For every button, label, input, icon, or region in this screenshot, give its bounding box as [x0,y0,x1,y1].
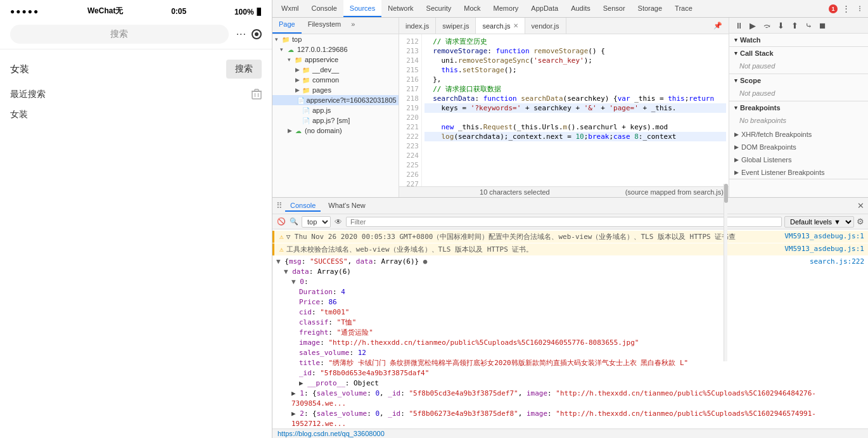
tab-network[interactable]: Network [381,0,419,17]
tab-console[interactable]: Console [305,0,343,17]
console-clear-btn[interactable]: 🚫 [276,217,286,227]
debug-deactivate-btn[interactable]: ⤷ [803,20,814,31]
debug-step-out-btn[interactable]: ⬆ [789,20,800,31]
code-editor-tabs: index.js swiper.js search.js ✕ vendor.js… [399,18,729,34]
phone-category-label: 女装 [10,63,29,75]
debug-callstack-header[interactable]: ▾ Call Stack [729,47,868,60]
tree-item-localhost[interactable]: ▾ ☁ 127.0.0.1:29686 [272,44,399,55]
console-log-duration: Duration: 4 [299,287,864,297]
console-log-link-main[interactable]: search.js:222 [810,257,864,267]
debug-scope-header[interactable]: ▾ Scope [729,74,868,87]
callstack-title: Call Stack [740,49,774,57]
devtools-top-tabs: Wxml Console Sources Network Security Mo… [272,0,868,18]
console-level-select[interactable]: Default levels ▼ [784,216,854,228]
debug-dom-breakpoints[interactable]: ▶ DOM Breakpoints [729,141,868,153]
tab-wxml[interactable]: Wxml [275,0,305,17]
code-scrollbar-thumb[interactable] [724,184,728,186]
event-label: Event Listener Breakpoints [741,169,824,176]
debug-event-listener-breakpoints[interactable]: ▶ Event Listener Breakpoints [729,166,868,179]
debug-xhr-breakpoints[interactable]: ▶ XHR/fetch Breakpoints [729,128,868,141]
phone-recent-item[interactable]: 女装 [10,106,262,123]
code-tab-label: index.js [405,22,429,30]
console-eye-btn[interactable]: 👁 [333,217,343,227]
phone-search-input-wrapper[interactable]: 搜索 [10,25,229,44]
console-panel: ⠿ Console What's New ✕ 🚫 🔍 top 👁 Default… [272,197,868,438]
console-context-select[interactable]: top [302,216,331,228]
console-gear-btn[interactable]: ⚙ [857,217,864,226]
console-close-btn[interactable]: ✕ [857,201,864,210]
debug-pause-btn[interactable]: ⏸ [733,20,744,31]
error-badge: 1 [829,4,838,13]
code-scrollbar[interactable] [724,184,727,186]
debug-step-over-btn[interactable]: ⤼ [761,20,772,31]
tree-item-pages[interactable]: ▶ 📁 pages [272,85,399,95]
console-log-text: ▼ {msg: "SUCCESS", data: Array(6)} ● [276,257,427,267]
file-tree-tab-more[interactable]: » [347,18,359,34]
xhr-label: XHR/fetch Breakpoints [741,131,812,138]
debug-stop-btn[interactable]: ⏹ [817,20,828,31]
phone-simulator: ●●●●● WeChat无 0:05 100% ▮ 搜索 ··· 女装 搜索 最… [0,0,272,438]
debug-resume-btn[interactable]: ▶ [747,20,758,31]
console-tab-console[interactable]: Console [285,200,321,212]
debug-watch-header[interactable]: ▾ Watch [729,34,868,46]
console-filter-input[interactable] [346,217,782,227]
warn-text-2: ⚠工具未校验合法域名、web-view（业务域名）、TLS 版本以及 HTTPS… [279,245,533,254]
code-tab-searchjs[interactable]: search.js ✕ [476,18,525,34]
code-tab-pin-btn[interactable]: 📌 [713,22,722,30]
console-warn-link-1[interactable]: VM5913_asdebug.js:1 [784,232,864,242]
tab-mock[interactable]: Mock [457,0,487,17]
watch-title: Watch [740,36,761,44]
debug-section-breakpoints: ▾ Breakpoints No breakpoints ▶ XHR/fetch… [729,101,868,179]
code-tab-vendorjs[interactable]: vendor.js [525,18,566,34]
code-tab-indexjs[interactable]: index.js [399,18,436,34]
watch-arrow: ▾ [734,37,737,43]
tab-audits[interactable]: Audits [565,0,597,17]
devtools-settings-btn[interactable]: ⋮ [840,3,852,15]
tab-sensor[interactable]: Sensor [597,0,632,17]
tree-item-no-domain[interactable]: ▶ ☁ (no domain) [272,126,399,136]
tree-label-appjs-sm: app.js? [sm] [312,117,350,124]
code-tab-swiperjs[interactable]: swiper.js [436,18,476,34]
svg-rect-0 [252,91,261,99]
phone-search-placeholder: 搜索 [19,29,220,40]
tree-item-common[interactable]: ▶ 📁 common [272,75,399,85]
file-tree-tab-page[interactable]: Page [272,18,302,34]
debug-step-into-btn[interactable]: ⬇ [775,20,786,31]
code-line-224 [424,151,726,160]
bottom-url-link[interactable]: https://blog.csdn.net/qq_33608000 [278,430,385,437]
trash-icon[interactable] [252,89,262,100]
tab-sources[interactable]: Sources [343,0,381,17]
console-warn-link-2[interactable]: VM5913_asdebug.js:1 [784,245,864,254]
code-content[interactable]: // 请求置空历史 removeStorage: function remove… [422,34,729,186]
file-tree-tab-filesystem[interactable]: Filesystem [302,18,348,34]
tab-storage[interactable]: Storage [632,0,669,17]
console-tab-whatsnew[interactable]: What's New [323,200,370,212]
tree-item-appservice[interactable]: ▾ 📁 appservice [272,55,399,65]
console-log-2: ▶ 2: {sales_volume: 0, _id: "5f8b06273e4… [291,409,864,428]
debug-breakpoints-header[interactable]: ▾ Breakpoints [729,101,868,114]
code-tab-more[interactable]: 📌 [710,20,726,32]
tab-appdata[interactable]: AppData [525,0,565,17]
debug-global-listeners[interactable]: ▶ Global Listeners [729,153,868,166]
code-line-215: this.setStorage(); [424,65,726,75]
phone-time: 0:05 [171,7,186,16]
tab-memory[interactable]: Memory [487,0,525,17]
code-line-221: new _this.Request(_this.Urls.m().searchu… [424,122,726,132]
tree-item-appjs[interactable]: 📄 app.js [272,105,399,115]
tree-item-appservice-file[interactable]: 📄 appservice?t=160632031805 [272,95,399,105]
code-tab-close[interactable]: ✕ [513,22,518,29]
tree-item-appjs-sm[interactable]: 📄 app.js? [sm] [272,115,399,126]
phone-record-btn[interactable] [252,29,262,39]
devtools-panel: Wxml Console Sources Network Security Mo… [272,0,868,438]
folder-icon: 📁 [302,86,310,94]
phone-search-button[interactable]: 搜索 [226,60,262,79]
tree-label-appservice-file: appservice?t=160632031805 [307,96,397,104]
devtools-more-btn[interactable]: ⁝ [854,3,865,15]
console-filter-btn[interactable]: 🔍 [289,217,299,227]
tab-trace[interactable]: Trace [668,0,699,17]
phone-dots-menu[interactable]: ··· [236,29,246,40]
tree-item-dev[interactable]: ▶ 📁 __dev__ [272,65,399,75]
console-warning-1: ⚠▽ Thu Nov 26 2020 00:05:33 GMT+0800（中国标… [272,231,868,243]
tree-item-top[interactable]: ▾ 📁 top [272,34,399,44]
tab-security[interactable]: Security [420,0,458,17]
